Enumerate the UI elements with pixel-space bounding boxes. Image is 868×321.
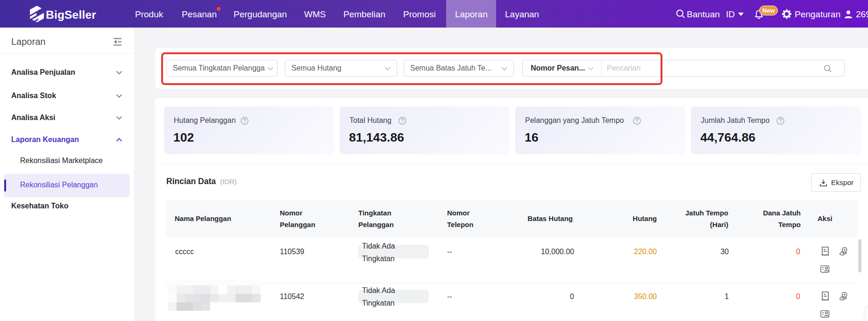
svg-text:?: ?: [243, 118, 246, 123]
svg-text:?: ?: [779, 118, 782, 123]
svg-text:?: ?: [636, 118, 639, 123]
svg-text:?: ?: [401, 118, 404, 123]
